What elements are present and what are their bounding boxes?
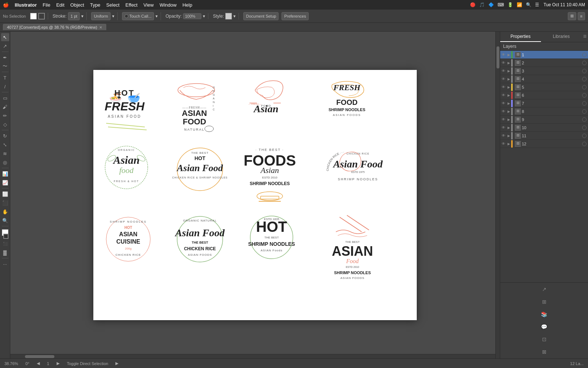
layer-row-12[interactable]: 👁 ▶ 🖼 12 [500,140,588,148]
layer-target-9[interactable] [582,117,587,122]
hand-tool[interactable]: ✋ [1,208,9,216]
apple-menu[interactable]: 🍎 [3,2,9,8]
layer-row-7[interactable]: 👁 ▶ 🖼 7 [500,99,588,107]
rect-tool[interactable]: ▭ [1,94,9,102]
tab-close-btn[interactable]: ✕ [99,25,102,29]
layer-row-9[interactable]: 👁 ▶ 🖼 9 [500,116,588,124]
layer-expand-10[interactable]: ▶ [508,126,511,130]
layer-visibility-2[interactable]: 👁 [502,61,508,65]
layer-target-6[interactable] [582,93,587,98]
line-tool[interactable]: / [1,82,9,91]
layer-expand-4[interactable]: ▶ [508,77,511,81]
layer-row-1[interactable]: 👁 ▶ 🖼 1 [500,51,588,59]
stroke-value-btn[interactable]: 1 pt [68,12,80,20]
layer-row-6[interactable]: 👁 ▶ 🖼 6 [500,91,588,99]
layer-visibility-1[interactable]: 👁 [502,53,508,57]
menu-file[interactable]: File [43,2,50,8]
opacity-arrow[interactable]: ▾ [203,14,205,19]
layer-target-11[interactable] [582,134,587,138]
layer-visibility-4[interactable]: 👁 [502,77,508,81]
menu-help[interactable]: Help [182,2,192,8]
layer-target-12[interactable] [582,142,587,146]
layer-expand-2[interactable]: ▶ [508,61,511,65]
color-mode-icon[interactable]: ⬛ [1,240,9,248]
comments-icon[interactable]: 💬 [539,322,549,332]
vertical-scrollbar[interactable] [495,32,500,358]
menu-window[interactable]: Window [159,2,176,8]
layer-expand-8[interactable]: ▶ [508,110,511,113]
menu-type[interactable]: Type [90,2,100,8]
canvas-area[interactable]: 🍜 🥣 HOT FRESH ASIAN FOOD [10,32,500,358]
align-btn[interactable]: ≡ [578,12,585,20]
layer-row-4[interactable]: 👁 ▶ 🖼 4 [500,75,588,83]
opacity-input[interactable] [183,13,201,19]
properties-tab[interactable]: Properties [500,32,541,42]
stroke-color-swatch[interactable] [3,234,8,239]
layer-target-8[interactable] [582,109,587,114]
layer-row-8[interactable]: 👁 ▶ 🖼 8 [500,107,588,116]
layer-row-10[interactable]: 👁 ▶ 🖼 10 [500,124,588,132]
layer-visibility-7[interactable]: 👁 [502,101,508,105]
toggle-selection-arrow[interactable]: ▶ [115,361,118,366]
shaper-tool[interactable]: ◇ [1,120,9,128]
layer-expand-1[interactable]: ▶ [508,53,511,57]
arrange-icon[interactable]: ⊡ [539,334,549,344]
blend-tool[interactable]: ◎ [1,158,9,166]
layer-visibility-5[interactable]: 👁 [502,85,508,89]
layer-row-2[interactable]: 👁 ▶ 🖼 2 [500,59,588,67]
menu-effect[interactable]: Effect [125,2,137,8]
layer-row-11[interactable]: 👁 ▶ 🖼 11 [500,132,588,140]
layer-target-3[interactable] [582,69,587,73]
zoom-tool[interactable]: 🔍 [1,216,9,224]
direct-selection-tool[interactable]: ↗ [1,42,9,50]
layer-visibility-12[interactable]: 👁 [502,142,508,146]
touch-btn[interactable]: Touch Call... [122,12,154,20]
style-swatch[interactable] [225,13,232,20]
layer-expand-3[interactable]: ▶ [508,69,511,73]
horizontal-scrollbar[interactable] [10,354,495,358]
layer-visibility-10[interactable]: 👁 [502,125,508,130]
slice-tool[interactable]: ⬛ [1,199,9,207]
type-tool[interactable]: T [1,74,9,82]
layer-expand-12[interactable]: ▶ [508,142,511,146]
stroke-swatch[interactable] [38,13,45,20]
layer-row-3[interactable]: 👁 ▶ 🖼 3 [500,67,588,75]
document-setup-btn[interactable]: Document Setup [243,12,279,20]
document-tab[interactable]: 40727 [Converted].eps @ 38.76 % (RGB/Pre… [3,24,106,30]
layer-expand-7[interactable]: ▶ [508,102,511,105]
selection-tool[interactable]: ↖ [1,33,9,41]
layer-row-5[interactable]: 👁 ▶ 🖼 5 [500,83,588,91]
menu-view[interactable]: View [143,2,154,8]
library-icon[interactable]: 📚 [539,309,549,319]
layer-expand-11[interactable]: ▶ [508,134,511,138]
gradient-tool[interactable]: ▓ [1,248,9,256]
assets-icon[interactable]: ⊞ [539,297,549,307]
nav-prev[interactable]: ◀ [37,361,40,366]
style-dropdown[interactable]: ▾ [233,14,236,19]
menu-edit[interactable]: Edit [56,2,64,8]
warp-tool[interactable]: ≋ [1,149,9,158]
pen-tool[interactable]: ✒ [1,53,9,61]
pencil-tool[interactable]: ✏ [1,112,9,120]
layer-visibility-6[interactable]: 👁 [502,93,508,97]
export-icon[interactable]: ↗ [539,284,549,294]
layer-target-5[interactable] [582,85,587,89]
uniform-btn[interactable]: Uniform [91,12,111,20]
artboard-tool[interactable]: ⬜ [1,190,9,198]
layer-expand-9[interactable]: ▶ [508,118,511,121]
app-name[interactable]: Illustrator [15,2,37,8]
layer-visibility-8[interactable]: 👁 [502,109,508,113]
more-tools[interactable]: ··· [1,260,9,268]
menu-object[interactable]: Object [70,2,84,8]
bar-graph-tool[interactable]: 📈 [1,178,9,187]
column-graph-tool[interactable]: 📊 [1,170,9,178]
stroke-dropdown-icon[interactable]: ▾ [81,14,83,19]
libraries-tab[interactable]: Libraries [541,32,582,42]
paintbrush-tool[interactable]: 🖌 [1,103,9,111]
preferences-btn[interactable]: Preferences [282,12,308,20]
layer-visibility-11[interactable]: 👁 [502,134,508,138]
layer-visibility-3[interactable]: 👁 [502,69,508,73]
panel-menu-btn[interactable]: ≡ [582,32,588,42]
nav-next[interactable]: ▶ [57,361,60,366]
layer-target-1[interactable] [582,53,587,57]
